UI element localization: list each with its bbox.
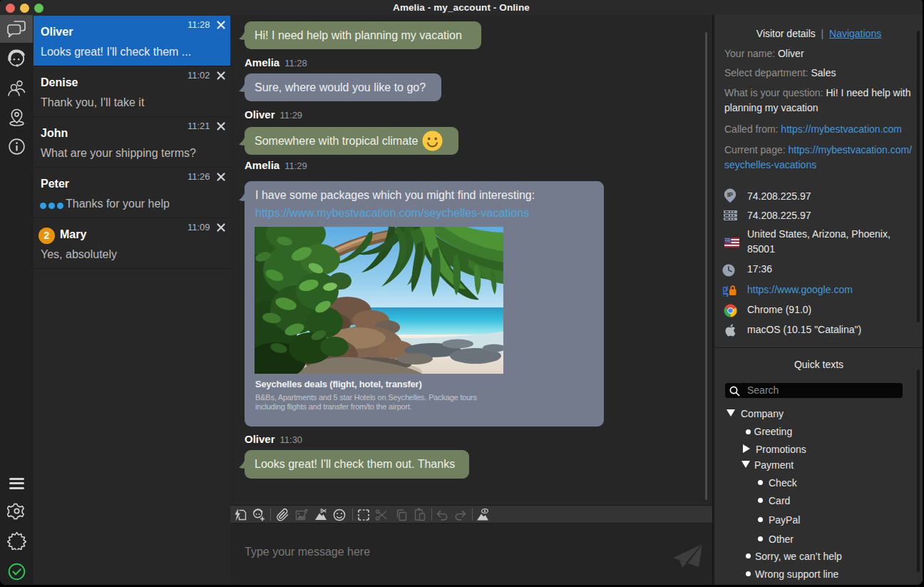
svg-text:IP: IP bbox=[727, 191, 733, 198]
svg-text:g: g bbox=[723, 282, 729, 297]
